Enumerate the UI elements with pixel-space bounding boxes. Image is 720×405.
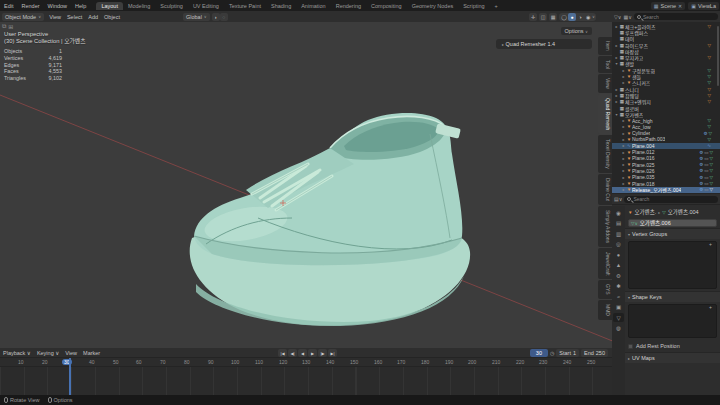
gizmo-icon[interactable]: ✛ [529, 13, 537, 21]
view-layer-selector[interactable]: ▣ ViewLa [688, 2, 719, 10]
timeline-menu[interactable]: Keying ∨ [34, 350, 62, 356]
timeline-tracks[interactable] [0, 367, 612, 395]
properties-tab-icon[interactable]: ⚙ [613, 271, 624, 280]
properties-tab-icon[interactable]: ◎ [613, 240, 624, 249]
timeline-menu[interactable]: Playback ∨ [0, 350, 34, 356]
stopwatch-icon[interactable]: ◷ [550, 350, 554, 356]
transport-button[interactable]: |▶ [318, 349, 327, 357]
workspace-tab[interactable]: Compositing [366, 2, 407, 10]
properties-tab-icon[interactable]: ▽ [613, 313, 624, 322]
rendered-shading-icon[interactable]: ◉ [584, 13, 592, 21]
breadcrumb-data[interactable]: 오가벤츠.004 [668, 208, 699, 216]
start-frame-field[interactable]: Start1 [556, 349, 579, 357]
end-frame-field[interactable]: End250 [581, 349, 608, 357]
properties-tab-icon[interactable]: ✱ [613, 282, 624, 291]
wireframe-shading-icon[interactable]: ◯ [560, 13, 568, 21]
sidebar-tab[interactable]: Divine Cut [598, 174, 612, 205]
viewport-menu[interactable]: View [46, 14, 64, 20]
shoe-model[interactable] [190, 113, 470, 326]
vertex-groups-list[interactable]: + [628, 241, 717, 289]
sidebar-tab[interactable]: Item [598, 37, 612, 55]
mode-selector[interactable]: Object Mode∨ [2, 13, 44, 21]
viewport-menu[interactable]: Select [64, 14, 85, 20]
sidebar-tab[interactable]: Quad Remesh [598, 94, 612, 134]
add-shape-key-button[interactable]: + [709, 304, 712, 310]
properties-tab-icon[interactable]: ▣ [613, 303, 624, 312]
viewport-info: User Perspective (30) Scene Collection |… [4, 31, 85, 45]
workspace-tab[interactable]: Geometry Nodes [407, 2, 459, 10]
sidebar-tab[interactable]: Texel Density [598, 135, 612, 173]
overlays-icon[interactable]: ◫ [539, 13, 547, 21]
outliner-row[interactable]: ▸ ▼ Release_오가벤츠.004 ⚙ ▭ ▽ [612, 187, 720, 193]
quad-remesher-panel[interactable]: ▸ Quad Remesher 1.4 [496, 39, 592, 49]
transport-button[interactable]: ◀ [298, 349, 307, 357]
workspace-tab[interactable]: Shading [266, 2, 296, 10]
properties-search-input[interactable]: Search [624, 196, 718, 203]
workspace-tab[interactable]: UV Editing [188, 2, 224, 10]
topbar-menu[interactable]: Help [71, 3, 90, 9]
frame-tick-label: 120 [279, 359, 287, 365]
editor-type-icon[interactable]: ⧉ [2, 23, 6, 30]
sidebar-tab[interactable]: View [598, 74, 612, 93]
add-vertex-group-button[interactable]: + [709, 241, 712, 247]
topbar-menu[interactable]: Render [17, 3, 43, 9]
workspace-tab[interactable]: Sculpting [155, 2, 188, 10]
workspace-tab[interactable]: Texture Paint [224, 2, 266, 10]
orientation-selector[interactable]: Global∨ [183, 13, 210, 21]
topbar-menu[interactable]: Window [44, 3, 72, 9]
workspace-tab[interactable]: Animation [296, 2, 330, 10]
viewport-menu[interactable]: Add [85, 14, 101, 20]
vertex-groups-panel-header[interactable]: ▾ Vertex Groups [625, 228, 720, 239]
transport-button[interactable]: ▶| [328, 349, 337, 357]
sidebar-tab[interactable]: MMD [598, 300, 612, 320]
shape-keys-panel-header[interactable]: ▾ Shape Keys [625, 291, 720, 302]
playhead[interactable] [69, 358, 71, 395]
properties-tab-icon[interactable]: ≈ [613, 292, 624, 301]
shading-dropdown-icon[interactable]: ∨ [592, 14, 595, 19]
proportional-edit-icon[interactable]: ◌ [220, 13, 228, 21]
properties-tab-icon[interactable]: ◍ [613, 324, 624, 333]
transport-button[interactable]: ▶ [308, 349, 317, 357]
add-rest-position-checkbox[interactable] [628, 344, 633, 349]
properties-tab-icon[interactable]: ◉ [613, 208, 624, 217]
transport-button[interactable]: |◀ [278, 349, 287, 357]
sidebar-tab[interactable]: JewelCraft [598, 248, 612, 280]
filter-icon[interactable]: ▽∨ [614, 14, 622, 20]
snap-icon[interactable]: ◗ [212, 13, 220, 21]
properties-tab-icon[interactable]: ▲ [613, 261, 624, 270]
viewport-3d[interactable]: ⧉ ⊞ User Perspective (30) Scene Collecti… [0, 22, 612, 348]
properties-editor-type-icon[interactable]: ▤∨ [614, 196, 622, 202]
outliner-search-input[interactable]: Search [634, 13, 718, 20]
workspace-tab[interactable]: Modeling [123, 2, 155, 10]
breadcrumb-object[interactable]: 오가벤츠. [634, 208, 656, 216]
workspace-tab[interactable]: + [490, 2, 503, 10]
mesh-name-field[interactable]: ▽∨ 오가벤츠.006 [628, 219, 717, 227]
xray-icon[interactable]: ▦ [549, 13, 557, 21]
workspace-tab[interactable]: Rendering [331, 2, 366, 10]
options-button[interactable]: Options ∨ [561, 27, 592, 35]
sidebar-tab[interactable]: GYS [598, 280, 612, 299]
properties-tab-icon[interactable]: ▥ [613, 229, 624, 238]
sidebar-tab[interactable]: Simply Addons [598, 206, 612, 247]
grid-icon[interactable]: ⊞ [8, 23, 13, 30]
solid-shading-icon[interactable]: ● [568, 13, 576, 21]
sidebar-tab[interactable]: Tool [598, 56, 612, 73]
properties-tab-icon[interactable]: ▤ [613, 219, 624, 228]
timeline-menu[interactable]: View [62, 350, 80, 356]
topbar-menu[interactable]: Edit [0, 3, 17, 9]
outliner-scrollbar[interactable] [717, 26, 719, 86]
timeline-menu[interactable]: Marker [80, 350, 103, 356]
current-frame-field[interactable]: 30 [530, 349, 548, 357]
workspace-tab[interactable]: Scripting [458, 2, 489, 10]
timeline-ruler[interactable]: 1020304050607080901001101201301401501601… [0, 358, 612, 367]
display-mode-icon[interactable]: ▦∨ [624, 14, 632, 20]
material-shading-icon[interactable]: ◑ [576, 13, 584, 21]
properties-tab-icon[interactable]: ● [613, 250, 624, 259]
scene-selector[interactable]: ▦ Scene ✕ [651, 2, 686, 10]
workspace-tab[interactable]: Layout [96, 2, 123, 10]
uv-maps-panel-header[interactable]: ▸ UV Maps [625, 352, 720, 363]
close-icon[interactable]: ✕ [678, 3, 682, 9]
shape-keys-list[interactable]: + [628, 304, 717, 338]
transport-button[interactable]: ◀| [288, 349, 297, 357]
viewport-menu[interactable]: Object [101, 14, 123, 20]
